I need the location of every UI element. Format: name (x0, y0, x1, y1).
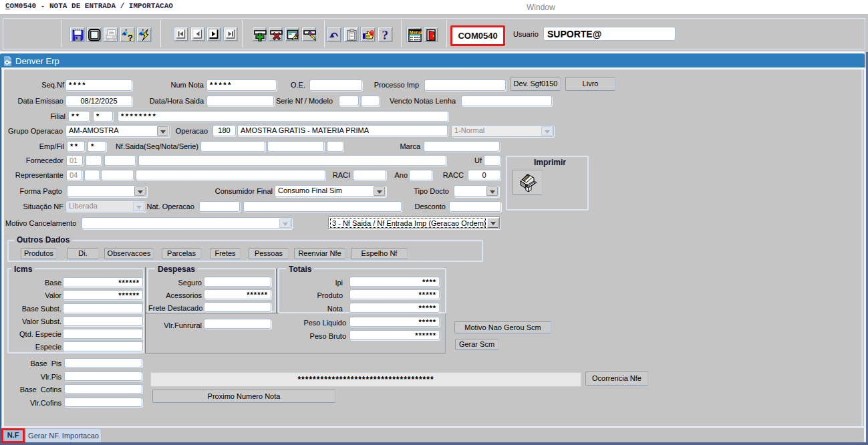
svg-text:?: ? (382, 29, 389, 41)
svg-text:Menu: Menu (410, 30, 422, 35)
svg-text:?: ? (128, 33, 133, 42)
